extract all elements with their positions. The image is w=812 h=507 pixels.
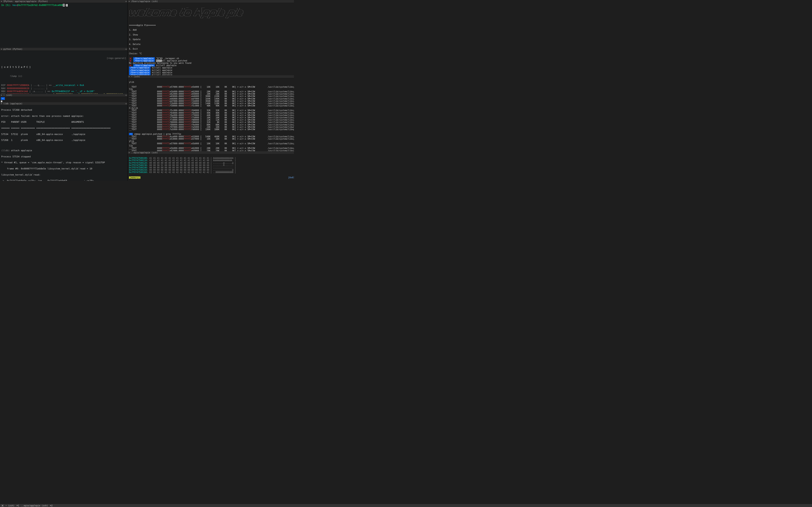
vmmap-row: __TEXT 00007fff71e62000-00007fff71e69000… (129, 93, 294, 95)
vmmap-row: __TEXT 00007fff71f64000-00007fff71f6e000… (129, 112, 294, 114)
hex-row: 0x7F9747500100: 41 41 41 41 41 41 41 41 … (129, 157, 294, 159)
tab-title: python (Python) (3, 48, 22, 51)
vmmap-row: __TEXT 00007fff71f7d000-00007fff71f80000… (129, 119, 294, 121)
regs-header: [regs:general] (1, 57, 126, 60)
close-icon[interactable]: × (1, 102, 2, 105)
vmmap-row: __TEXT 00007fff71f6e000-00007fff71f79000… (129, 114, 294, 116)
vmmap-row: __TEXT 00007fff71f5c000-00007fff71f64000… (129, 109, 294, 112)
terminal-line: No matching processes belonging to you w… (129, 62, 294, 64)
terminal-line: /Users/applepie killall applepie (129, 71, 294, 74)
lldb-pane[interactable]: Process 57268 detached error: attach fai… (0, 105, 128, 181)
zsh-small-pane[interactable]: ~ (0, 97, 128, 102)
memory-badge: [memory] (129, 176, 140, 179)
menu-icon[interactable]: ≡ (125, 102, 126, 105)
memory-offset: [0x0120:00007F97475000F0] (288, 176, 294, 179)
register-row: RBX 00007FFA4B561A8 | .a...... | => 0x7F… (1, 90, 126, 93)
menu-icon[interactable]: ≡ (125, 0, 126, 3)
vmmap-row: __TEXT 00007fff71dca000-00007fff71e53000… (129, 135, 294, 138)
vmmap-row: __TEXT 00007fff71f79000-00007fff71f7d000… (129, 116, 294, 119)
terminal-line: ✘ /Users/applepie ^K^K0 ./wrapper.sh (129, 57, 294, 60)
tab-title: ~ (zsh) (131, 75, 140, 78)
vmmap-row: __TEXT 00007fff71f50000-00007fff71f5c000… (129, 105, 294, 107)
close-icon[interactable]: × (129, 0, 130, 3)
vmmap-row: __TEXT 00007fff71e5b000-00007fff71e62000… (129, 91, 294, 93)
hex-row: 0x7F9747500160: 03 00 42 42 42 42 42 42 … (129, 171, 294, 173)
cursor (66, 4, 68, 7)
ipython-prompt: In [ (1, 4, 7, 7)
tab-lldb[interactable]: × lldb (applepie) ≡ (0, 102, 128, 105)
register-row: RAX 0000000000000020 | ........ | (1, 87, 126, 90)
hex-row: 0x7F9747500140: 00 00 00 00 00 00 00 00 … (129, 166, 294, 169)
terminal-line: /Users/applepie killall applepie (129, 69, 294, 71)
vmmap-row: __TEXT 00007fff71e57000-00007fff71e5b000… (129, 143, 294, 145)
vmmap-row: __TEXT 00007fff71e5b000-00007fff71e62000… (129, 147, 294, 149)
terminal-line: /Users/applepie killall applepie (129, 74, 294, 75)
terminal-line: ✘ /Users/applepie killall applepie (129, 64, 294, 66)
tab-ipython[interactable]: × IPython: applepie/applepie (Python) ≡ (0, 0, 128, 3)
hex-row: 0x7F9747500120: 00 00 00 00 00 00 00 00 … (129, 162, 294, 164)
vmmap-row: __TEXT 00007fff71eb6000-00007fff71edf000… (129, 98, 294, 100)
tab-term-mid[interactable]: × ~ (zsh) ≡ (128, 75, 294, 78)
vmmap-row: __TEXT 00007fff71f9f000-00007fff71fa5000… (129, 126, 294, 128)
vmmap-row: __TEXT 00007fff71fa5000-00007fff71fd6000… (129, 128, 294, 130)
tab-title: IPython: applepie/applepie (Python) (3, 0, 48, 3)
tab-title: ..epie/applepie (zsh) (131, 151, 158, 154)
close-icon[interactable]: × (1, 0, 2, 3)
tab-python-regs[interactable]: × python (Python) ≡ (0, 48, 128, 51)
regs-jump: !Jump (c) (1, 75, 126, 78)
close-icon[interactable]: × (129, 151, 130, 154)
terminal-top[interactable]: __ ___ _ _____ / /________ ____ ___ ___ … (128, 3, 294, 75)
vmmap-row: __TEXT 00007fff71f2b000-00007fff71f50000… (129, 102, 294, 105)
close-icon[interactable]: × (1, 94, 2, 97)
tab-term-bot[interactable]: × ..epie/applepie (zsh) ≡ (128, 151, 294, 154)
tab-title: ~ (zsh) (3, 94, 12, 97)
vmmap-row: __TEXT 00007fff71e62000-00007fff71e69000… (129, 150, 294, 151)
vmmap-row: __TEXT 00007fff71e53000-00007fff71e57000… (129, 138, 294, 140)
hex-row: 0x7F9747500110: 41 41 41 41 41 41 41 41 … (129, 159, 294, 162)
tab-zsh-small[interactable]: × ~ (zsh) ≡ (0, 94, 128, 97)
vmmap-row: __TEXT 00007fff71e69000-00007fff71eb6000… (129, 95, 294, 97)
close-icon[interactable]: × (129, 75, 130, 78)
hex-row: 0x7F9747500150: 00 00 00 00 00 00 00 00 … (129, 169, 294, 171)
close-icon[interactable]: × (1, 48, 2, 51)
vmmap-row: __TEXT 00007fff71edf000-00007fff71f2b000… (129, 100, 294, 102)
register-row: RIP 00007FFF71EBB0EA | ...q.... | => __w… (1, 84, 126, 87)
hexdump-pane[interactable]: 0x7F9747500100: 41 41 41 41 41 41 41 41 … (128, 154, 294, 181)
hex-row: 0x7F9747500130: 00 00 98 5C 00 00 00 00 … (129, 164, 294, 166)
terminal-line: ✘ /Users/applepie killall applepie.patch… (129, 60, 294, 62)
prompt-dir: ~ (129, 133, 133, 135)
tab-title: lldb (applepie) (3, 102, 22, 105)
vmmap-row: __TEXT 00007fff71f88000-00007fff71f9e000… (129, 124, 294, 126)
menu-icon[interactable]: ≡ (125, 48, 126, 51)
vmmap-cmd: vmmap applepie.patched | grep 7fff71e (134, 133, 181, 135)
tab-title: /Users/applepie (zsh) (131, 0, 158, 3)
prompt-dir: ~ (1, 97, 5, 100)
menu-icon[interactable]: ≡ (125, 94, 126, 97)
tab-term-top[interactable]: × /Users/applepie (zsh) ≡ (128, 0, 294, 3)
vmmap-pane[interactable]: ylib __TEXT 00007fff71e57000-00007fff71e… (128, 78, 294, 151)
cursor (1, 101, 2, 102)
vmmap-row: __TEXT 00007fff71f80000-00007fff71f88000… (129, 121, 294, 123)
vmmap-row: __TEXT 00007fff71e57000-00007fff71e5b000… (129, 86, 294, 88)
regs-flags: [ o d I t S Z a P C ] (1, 66, 31, 68)
registers-pane[interactable]: [regs:general] [ o d I t S Z a P C ] !Ju… (0, 51, 128, 94)
terminal-line: /Users/applepie killall applepie (129, 66, 294, 69)
ipython-pane[interactable]: In [5]: hex(0x7fff71e26fd2-0x0007fff71dc… (0, 3, 128, 48)
